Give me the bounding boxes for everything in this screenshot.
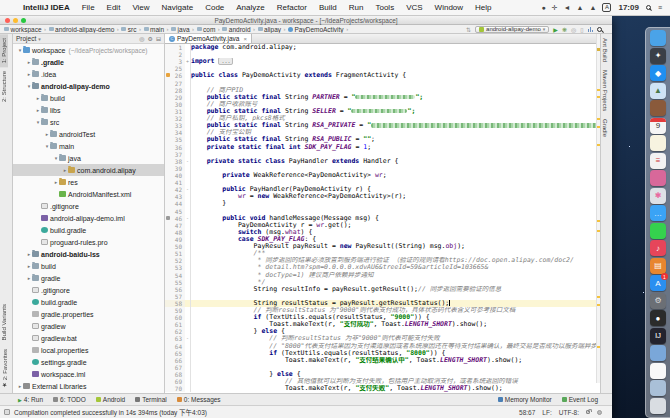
tool-window-button-event-log[interactable]: Event Log <box>562 396 598 403</box>
menu-item-build[interactable]: Build <box>313 3 343 12</box>
breadcrumb-item-workspace[interactable]: workspace <box>4 26 42 33</box>
project-panel-title[interactable]: Project <box>16 35 36 42</box>
code-line-61[interactable]: 61 Toast.makeText(r, "支付成功", Toast.LENGT… <box>165 321 600 328</box>
tree-item-build[interactable]: ▸build <box>13 92 164 104</box>
file-encoding[interactable]: UTF-8: <box>559 409 579 416</box>
dock-safari-icon[interactable]: ◆ <box>650 65 666 81</box>
tree-item-java[interactable]: ▾java <box>13 152 164 164</box>
dock-trash-icon[interactable] <box>650 398 666 414</box>
tool-window-button-terminal[interactable]: Terminal <box>135 396 167 403</box>
code-line-50[interactable]: 50 PayResult payResult = new PayResult((… <box>165 243 600 250</box>
wifi-icon[interactable]: ▲ <box>577 4 584 11</box>
code-line-27[interactable]: 27 <box>165 80 600 87</box>
code-line-56[interactable]: 56 String resultInfo = payResult.getResu… <box>165 286 600 293</box>
dock-preview-icon[interactable]: ▲ <box>650 83 666 99</box>
tool-window-button-0-messages[interactable]: 0: Messages <box>177 396 221 403</box>
dock-photo-booth-icon[interactable] <box>650 170 666 186</box>
code-line-51[interactable]: 51 /** <box>165 250 600 257</box>
notification-center-icon[interactable]: ≡ <box>658 4 662 11</box>
tool-window-switcher-icon[interactable] <box>4 409 10 415</box>
menu-item-refactor[interactable]: Refactor <box>271 3 313 12</box>
code-line-33[interactable]: 33 public static final String RSA_PRIVAT… <box>165 122 600 129</box>
code-line-57[interactable]: 57 <box>165 293 600 300</box>
code-line-62[interactable]: 62 } else { <box>165 328 600 335</box>
tree-item-gradlew[interactable]: gradlew <box>13 320 164 332</box>
dock-finder-icon[interactable] <box>650 30 666 46</box>
tree-item-proguard-rules.pro[interactable]: proguard-rules.pro <box>13 236 164 248</box>
dock[interactable]: ✦◆▲9≡✱…♪▤A1⚙●IJ <box>645 27 670 418</box>
settings-gear-icon[interactable]: ⚙ <box>148 35 153 42</box>
code-line-60[interactable]: 60 if (TextUtils.equals(resultStatus, "9… <box>165 314 600 321</box>
breadcrumb-item-android[interactable]: android <box>222 26 250 33</box>
tool-strip-2-favorites[interactable]: ★ 2: Favorites <box>0 345 9 393</box>
code-line-68[interactable]: 68 } else { <box>165 371 600 378</box>
android-monitor-icon[interactable] <box>588 26 594 32</box>
code-line-32[interactable]: 32 // 商户私钥, pkcs8格式 <box>165 115 600 122</box>
code-line-59[interactable]: 59 // 判断resultStatus 为"9000"则代表支付成功，具体状态… <box>165 307 600 314</box>
code-line-40[interactable]: 40 private WeakReference<PayDemoActivity… <box>165 172 600 179</box>
code-line-43[interactable]: 43 wr = new WeakReference<PayDemoActivit… <box>165 193 600 200</box>
tool-strip-build-variants[interactable]: Build Variants <box>0 300 8 345</box>
tree-item-workspace.iml[interactable]: workspace.iml <box>13 368 164 380</box>
notification-bell-icon[interactable]: ● <box>542 4 546 11</box>
code-line-70[interactable]: 70 Toast.makeText(r, "支付失败", Toast.LENGT… <box>165 385 600 392</box>
tree-item-AndroidManifest.xml[interactable]: AndroidManifest.xml <box>13 188 164 200</box>
tree-item-build.gradle[interactable]: build.gradle <box>13 224 164 236</box>
code-line-58[interactable]: 58 String resultStatus = payResult.getRe… <box>165 300 600 307</box>
lock-icon[interactable] <box>586 410 590 414</box>
dock-calendar-icon[interactable]: 9 <box>650 118 666 134</box>
code-line-36[interactable]: 36 private static final int SDK_PAY_FLAG… <box>165 144 600 151</box>
breadcrumb-item-java[interactable]: java <box>171 26 189 33</box>
close-tab-icon[interactable]: × <box>243 36 247 42</box>
dock-system-preferences-icon[interactable]: ⚙ <box>650 293 666 309</box>
spotlight-icon[interactable] <box>646 5 651 10</box>
menu-item-tools[interactable]: Tools <box>369 3 400 12</box>
code-line-45[interactable]: 45 <box>165 208 600 215</box>
tool-window-button-memory-monitor[interactable]: Memory Monitor <box>498 396 552 403</box>
tree-item-workspace[interactable]: ▾workspace(~/IdeaProjects/workspace) <box>13 44 164 56</box>
tool-window-button-android[interactable]: Android <box>96 396 125 403</box>
tree-item-.gradle[interactable]: ▸.gradle <box>13 56 164 68</box>
editor-tab-paydemoactivity[interactable]: C PayDemoActivity.java × <box>165 34 252 43</box>
menu-item-analyze[interactable]: Analyze <box>230 3 270 12</box>
tool-strip-1-project[interactable]: 1: Project <box>0 34 8 67</box>
dock-textedit-icon[interactable] <box>650 363 666 379</box>
menu-item-help[interactable]: Help <box>469 3 497 12</box>
code-line-26[interactable]: 26public class PayDemoActivity extends F… <box>165 72 600 79</box>
code-line-46[interactable]: 46- public void handleMessage(Message ms… <box>165 215 600 222</box>
tree-item-res[interactable]: ▸res <box>13 176 164 188</box>
tree-item-build.gradle[interactable]: build.gradle <box>13 296 164 308</box>
dock-iphoto-icon[interactable]: ✱ <box>650 188 666 204</box>
dock-notes-icon[interactable] <box>650 135 666 151</box>
breadcrumb-item-main[interactable]: main <box>144 26 165 33</box>
breadcrumb-item-android-alipay-demo[interactable]: android-alipay-demo <box>49 26 115 33</box>
location-icon[interactable]: ✛ <box>552 4 558 11</box>
tree-item-settings.gradle[interactable]: settings.gradle <box>13 356 164 368</box>
search-everywhere-icon[interactable] <box>597 27 602 32</box>
code-line-2[interactable]: 2 <box>165 51 600 58</box>
code-line-63[interactable]: 63- // 判断resultStatus 为非"9000"则代表可能支付失败 <box>165 335 600 342</box>
code-line-41[interactable]: 41 <box>165 179 600 186</box>
dock-launchpad-icon[interactable]: ✦ <box>650 48 666 64</box>
menu-item-navigate[interactable]: Navigate <box>156 3 200 12</box>
collapse-all-icon[interactable]: ⊟ <box>156 35 161 42</box>
run-configuration-select[interactable]: android-alipay-demo ▾ <box>475 26 549 33</box>
code-line-53[interactable]: 53 * detail.htm?spm=0.0.0.0.xdvAU6&treeI… <box>165 264 600 271</box>
debug-button[interactable]: ❋ <box>562 26 567 33</box>
dock-screenshot-tool-icon[interactable] <box>650 345 666 361</box>
code-line-64[interactable]: 64 // "8000"代表支付结果因为支付渠道原因或者系统原因还在等待支付结果… <box>165 343 600 350</box>
tool-window-button-6-todo[interactable]: 6: TODO <box>53 396 86 403</box>
code-line-39[interactable]: 39 <box>165 165 600 172</box>
code-line-55[interactable]: 55 */ <box>165 279 600 286</box>
code-line-28[interactable]: 28 // 商户PID <box>165 87 600 94</box>
dock-itunes-icon[interactable]: ♪ <box>650 240 666 256</box>
window-title-bar[interactable]: PayDemoActivity.java - workspace - [~/Id… <box>0 16 612 25</box>
code-editor[interactable]: 1package com.android.alipay;23+import ..… <box>165 44 600 393</box>
menu-item-run[interactable]: Run <box>343 3 370 12</box>
scroll-from-source-icon[interactable]: ◎ <box>139 35 144 42</box>
tree-item-local.properties[interactable]: local.properties <box>13 344 164 356</box>
menu-item-file[interactable]: File <box>76 3 101 12</box>
tool-strip-ant-build[interactable]: Ant Build <box>601 34 609 66</box>
eject-icon[interactable]: ▲ <box>589 4 596 11</box>
code-line-49[interactable]: 49 case SDK_PAY_FLAG: { <box>165 236 600 243</box>
